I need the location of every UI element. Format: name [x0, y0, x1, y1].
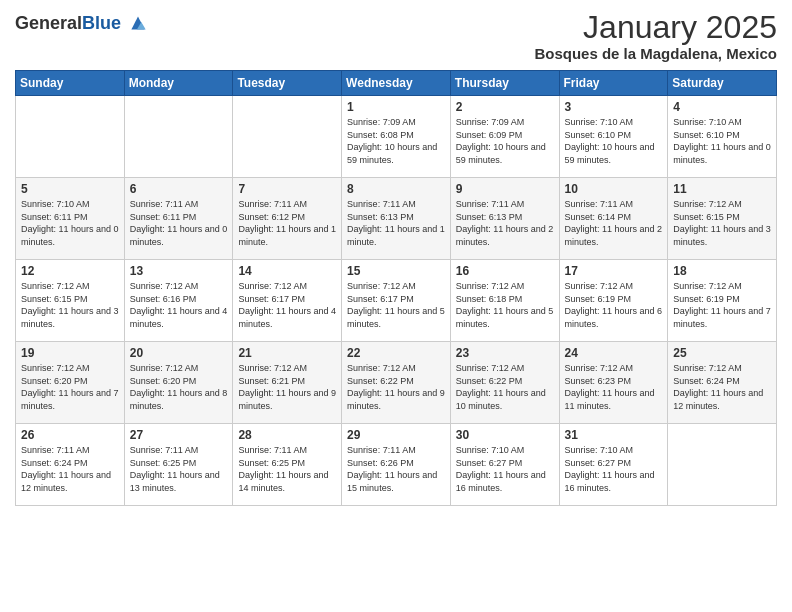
day-number: 31	[565, 428, 663, 442]
calendar-cell: 4Sunrise: 7:10 AM Sunset: 6:10 PM Daylig…	[668, 96, 777, 178]
col-monday: Monday	[124, 71, 233, 96]
day-number: 15	[347, 264, 445, 278]
day-info: Sunrise: 7:10 AM Sunset: 6:10 PM Dayligh…	[673, 116, 771, 166]
day-info: Sunrise: 7:12 AM Sunset: 6:22 PM Dayligh…	[456, 362, 554, 412]
day-info: Sunrise: 7:11 AM Sunset: 6:24 PM Dayligh…	[21, 444, 119, 494]
calendar: Sunday Monday Tuesday Wednesday Thursday…	[15, 70, 777, 506]
day-info: Sunrise: 7:12 AM Sunset: 6:15 PM Dayligh…	[21, 280, 119, 330]
week-row-4: 26Sunrise: 7:11 AM Sunset: 6:24 PM Dayli…	[16, 424, 777, 506]
day-info: Sunrise: 7:11 AM Sunset: 6:25 PM Dayligh…	[130, 444, 228, 494]
calendar-cell	[668, 424, 777, 506]
calendar-cell: 21Sunrise: 7:12 AM Sunset: 6:21 PM Dayli…	[233, 342, 342, 424]
day-number: 6	[130, 182, 228, 196]
calendar-cell: 29Sunrise: 7:11 AM Sunset: 6:26 PM Dayli…	[342, 424, 451, 506]
week-row-0: 1Sunrise: 7:09 AM Sunset: 6:08 PM Daylig…	[16, 96, 777, 178]
day-number: 24	[565, 346, 663, 360]
col-sunday: Sunday	[16, 71, 125, 96]
calendar-cell	[16, 96, 125, 178]
calendar-cell: 12Sunrise: 7:12 AM Sunset: 6:15 PM Dayli…	[16, 260, 125, 342]
col-tuesday: Tuesday	[233, 71, 342, 96]
calendar-cell: 15Sunrise: 7:12 AM Sunset: 6:17 PM Dayli…	[342, 260, 451, 342]
calendar-cell	[233, 96, 342, 178]
day-number: 5	[21, 182, 119, 196]
day-info: Sunrise: 7:11 AM Sunset: 6:14 PM Dayligh…	[565, 198, 663, 248]
day-number: 13	[130, 264, 228, 278]
day-number: 14	[238, 264, 336, 278]
calendar-cell: 27Sunrise: 7:11 AM Sunset: 6:25 PM Dayli…	[124, 424, 233, 506]
logo-general-text: General	[15, 13, 82, 33]
day-number: 17	[565, 264, 663, 278]
calendar-cell: 28Sunrise: 7:11 AM Sunset: 6:25 PM Dayli…	[233, 424, 342, 506]
day-number: 22	[347, 346, 445, 360]
day-info: Sunrise: 7:10 AM Sunset: 6:27 PM Dayligh…	[456, 444, 554, 494]
day-info: Sunrise: 7:12 AM Sunset: 6:17 PM Dayligh…	[238, 280, 336, 330]
calendar-cell	[124, 96, 233, 178]
day-info: Sunrise: 7:11 AM Sunset: 6:25 PM Dayligh…	[238, 444, 336, 494]
day-info: Sunrise: 7:12 AM Sunset: 6:19 PM Dayligh…	[673, 280, 771, 330]
week-row-2: 12Sunrise: 7:12 AM Sunset: 6:15 PM Dayli…	[16, 260, 777, 342]
day-number: 9	[456, 182, 554, 196]
calendar-cell: 11Sunrise: 7:12 AM Sunset: 6:15 PM Dayli…	[668, 178, 777, 260]
calendar-cell: 1Sunrise: 7:09 AM Sunset: 6:08 PM Daylig…	[342, 96, 451, 178]
day-info: Sunrise: 7:10 AM Sunset: 6:11 PM Dayligh…	[21, 198, 119, 248]
calendar-cell: 3Sunrise: 7:10 AM Sunset: 6:10 PM Daylig…	[559, 96, 668, 178]
logo-icon	[127, 12, 149, 34]
title-block: January 2025 Bosques de la Magdalena, Me…	[534, 10, 777, 62]
logo-blue-text: Blue	[82, 13, 121, 33]
calendar-cell: 19Sunrise: 7:12 AM Sunset: 6:20 PM Dayli…	[16, 342, 125, 424]
calendar-cell: 26Sunrise: 7:11 AM Sunset: 6:24 PM Dayli…	[16, 424, 125, 506]
calendar-cell: 18Sunrise: 7:12 AM Sunset: 6:19 PM Dayli…	[668, 260, 777, 342]
day-number: 21	[238, 346, 336, 360]
calendar-cell: 6Sunrise: 7:11 AM Sunset: 6:11 PM Daylig…	[124, 178, 233, 260]
subtitle: Bosques de la Magdalena, Mexico	[534, 45, 777, 62]
calendar-cell: 14Sunrise: 7:12 AM Sunset: 6:17 PM Dayli…	[233, 260, 342, 342]
main-title: January 2025	[534, 10, 777, 45]
day-info: Sunrise: 7:12 AM Sunset: 6:19 PM Dayligh…	[565, 280, 663, 330]
day-number: 18	[673, 264, 771, 278]
day-info: Sunrise: 7:12 AM Sunset: 6:20 PM Dayligh…	[130, 362, 228, 412]
header: GeneralBlue January 2025 Bosques de la M…	[15, 10, 777, 62]
calendar-cell: 13Sunrise: 7:12 AM Sunset: 6:16 PM Dayli…	[124, 260, 233, 342]
day-info: Sunrise: 7:12 AM Sunset: 6:15 PM Dayligh…	[673, 198, 771, 248]
logo: GeneralBlue	[15, 14, 149, 34]
day-info: Sunrise: 7:11 AM Sunset: 6:11 PM Dayligh…	[130, 198, 228, 248]
day-number: 25	[673, 346, 771, 360]
day-info: Sunrise: 7:12 AM Sunset: 6:21 PM Dayligh…	[238, 362, 336, 412]
day-info: Sunrise: 7:11 AM Sunset: 6:26 PM Dayligh…	[347, 444, 445, 494]
day-number: 29	[347, 428, 445, 442]
calendar-cell: 5Sunrise: 7:10 AM Sunset: 6:11 PM Daylig…	[16, 178, 125, 260]
day-number: 26	[21, 428, 119, 442]
calendar-cell: 23Sunrise: 7:12 AM Sunset: 6:22 PM Dayli…	[450, 342, 559, 424]
calendar-cell: 31Sunrise: 7:10 AM Sunset: 6:27 PM Dayli…	[559, 424, 668, 506]
day-number: 11	[673, 182, 771, 196]
day-info: Sunrise: 7:11 AM Sunset: 6:13 PM Dayligh…	[456, 198, 554, 248]
day-info: Sunrise: 7:09 AM Sunset: 6:08 PM Dayligh…	[347, 116, 445, 166]
day-info: Sunrise: 7:12 AM Sunset: 6:16 PM Dayligh…	[130, 280, 228, 330]
day-number: 3	[565, 100, 663, 114]
day-number: 8	[347, 182, 445, 196]
day-info: Sunrise: 7:12 AM Sunset: 6:23 PM Dayligh…	[565, 362, 663, 412]
day-info: Sunrise: 7:12 AM Sunset: 6:20 PM Dayligh…	[21, 362, 119, 412]
page: GeneralBlue January 2025 Bosques de la M…	[0, 0, 792, 612]
calendar-cell: 24Sunrise: 7:12 AM Sunset: 6:23 PM Dayli…	[559, 342, 668, 424]
col-friday: Friday	[559, 71, 668, 96]
day-info: Sunrise: 7:10 AM Sunset: 6:10 PM Dayligh…	[565, 116, 663, 166]
calendar-cell: 9Sunrise: 7:11 AM Sunset: 6:13 PM Daylig…	[450, 178, 559, 260]
calendar-cell: 10Sunrise: 7:11 AM Sunset: 6:14 PM Dayli…	[559, 178, 668, 260]
day-info: Sunrise: 7:12 AM Sunset: 6:24 PM Dayligh…	[673, 362, 771, 412]
day-info: Sunrise: 7:10 AM Sunset: 6:27 PM Dayligh…	[565, 444, 663, 494]
day-number: 10	[565, 182, 663, 196]
day-number: 2	[456, 100, 554, 114]
day-info: Sunrise: 7:12 AM Sunset: 6:22 PM Dayligh…	[347, 362, 445, 412]
day-number: 19	[21, 346, 119, 360]
day-info: Sunrise: 7:12 AM Sunset: 6:18 PM Dayligh…	[456, 280, 554, 330]
calendar-cell: 17Sunrise: 7:12 AM Sunset: 6:19 PM Dayli…	[559, 260, 668, 342]
calendar-cell: 2Sunrise: 7:09 AM Sunset: 6:09 PM Daylig…	[450, 96, 559, 178]
calendar-header-row: Sunday Monday Tuesday Wednesday Thursday…	[16, 71, 777, 96]
day-info: Sunrise: 7:11 AM Sunset: 6:12 PM Dayligh…	[238, 198, 336, 248]
day-number: 30	[456, 428, 554, 442]
week-row-1: 5Sunrise: 7:10 AM Sunset: 6:11 PM Daylig…	[16, 178, 777, 260]
week-row-3: 19Sunrise: 7:12 AM Sunset: 6:20 PM Dayli…	[16, 342, 777, 424]
day-number: 12	[21, 264, 119, 278]
day-number: 23	[456, 346, 554, 360]
